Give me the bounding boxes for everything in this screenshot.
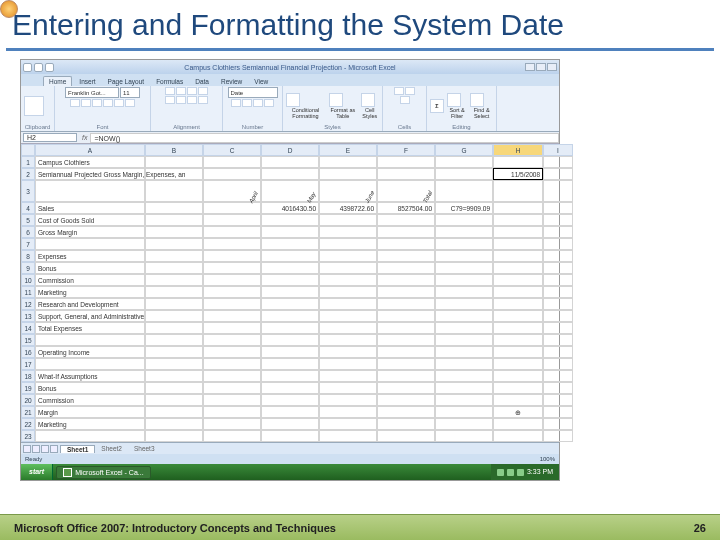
align-left-icon[interactable] <box>165 96 175 104</box>
tray-icon[interactable] <box>507 469 514 476</box>
percent-icon[interactable] <box>242 99 252 107</box>
cell[interactable]: Cost of Goods Sold <box>35 214 145 226</box>
row-header[interactable]: 12 <box>21 298 35 310</box>
cell-selected[interactable]: 11/5/2008 <box>493 168 543 180</box>
col-header[interactable]: I <box>543 144 573 156</box>
paste-icon[interactable] <box>24 96 44 116</box>
cell[interactable]: Gross Margin <box>35 226 145 238</box>
row-header[interactable]: 17 <box>21 358 35 370</box>
cell[interactable]: Bonus <box>35 382 145 394</box>
cell[interactable]: Expenses <box>35 250 145 262</box>
insert-cell-icon[interactable] <box>394 87 404 95</box>
bold-icon[interactable] <box>70 99 80 107</box>
comma-icon[interactable] <box>253 99 263 107</box>
name-box[interactable]: H2 <box>23 133 77 142</box>
col-header[interactable]: C <box>203 144 261 156</box>
tray-icon[interactable] <box>497 469 504 476</box>
minimize-icon[interactable] <box>525 63 535 71</box>
col-header[interactable]: B <box>145 144 203 156</box>
tray-icon[interactable] <box>517 469 524 476</box>
tab-nav-first-icon[interactable] <box>23 445 31 453</box>
currency-icon[interactable] <box>231 99 241 107</box>
cell[interactable]: Margin <box>35 406 145 418</box>
sheet-tab[interactable]: Sheet2 <box>95 445 128 452</box>
col-header[interactable]: H <box>493 144 543 156</box>
cell[interactable]: Marketing <box>35 286 145 298</box>
tab-data[interactable]: Data <box>190 77 214 86</box>
row-header[interactable]: 18 <box>21 370 35 382</box>
sheet-tab-active[interactable]: Sheet1 <box>60 445 95 453</box>
italic-icon[interactable] <box>81 99 91 107</box>
row-header[interactable]: 21 <box>21 406 35 418</box>
sheet-tab[interactable]: Sheet3 <box>128 445 161 452</box>
col-header[interactable]: F <box>377 144 435 156</box>
tab-view[interactable]: View <box>249 77 273 86</box>
col-header[interactable]: A <box>35 144 145 156</box>
qat-redo-icon[interactable] <box>45 63 54 72</box>
cell[interactable]: Sales <box>35 202 145 214</box>
tab-nav-next-icon[interactable] <box>41 445 49 453</box>
tab-home[interactable]: Home <box>43 76 72 86</box>
start-button[interactable]: start <box>21 464 53 480</box>
autosum-icon[interactable]: Σ <box>430 99 444 113</box>
row-header[interactable]: 14 <box>21 322 35 334</box>
cell[interactable]: Operating Income <box>35 346 145 358</box>
tab-nav-prev-icon[interactable] <box>32 445 40 453</box>
sort-filter-icon[interactable] <box>447 93 461 107</box>
font-color-icon[interactable] <box>125 99 135 107</box>
tab-formulas[interactable]: Formulas <box>151 77 188 86</box>
row-header[interactable]: 15 <box>21 334 35 346</box>
cell[interactable]: Support, General, and Administrative <box>35 310 145 322</box>
delete-cell-icon[interactable] <box>405 87 415 95</box>
align-top-icon[interactable] <box>165 87 175 95</box>
format-cell-icon[interactable] <box>400 96 410 104</box>
cell[interactable]: Marketing <box>35 418 145 430</box>
row-header[interactable]: 10 <box>21 274 35 286</box>
cell[interactable]: Campus Clothiers <box>35 156 145 168</box>
number-format-combo[interactable]: Date <box>228 87 278 98</box>
font-name-combo[interactable]: Franklin Got... <box>65 87 119 98</box>
align-center-icon[interactable] <box>176 96 186 104</box>
cell[interactable]: Semiannual Projected Gross Margin, Expen… <box>35 168 145 180</box>
align-right-icon[interactable] <box>187 96 197 104</box>
border-icon[interactable] <box>103 99 113 107</box>
row-header[interactable]: 2 <box>21 168 35 180</box>
cell-grid[interactable]: A B C D E F G H I Campus Clothiers Semia… <box>35 144 573 442</box>
cell[interactable]: C79=9909.09 <box>435 202 493 214</box>
row-header[interactable]: 1 <box>21 156 35 168</box>
inc-dec-icon[interactable] <box>264 99 274 107</box>
font-size-combo[interactable]: 11 <box>120 87 140 98</box>
row-header[interactable]: 4 <box>21 202 35 214</box>
taskbar-app-button[interactable]: Microsoft Excel - Ca... <box>56 466 150 479</box>
row-header[interactable]: 9 <box>21 262 35 274</box>
row-header[interactable]: 23 <box>21 430 35 442</box>
cell[interactable]: Bonus <box>35 262 145 274</box>
cell[interactable]: Commission <box>35 394 145 406</box>
row-header[interactable]: 7 <box>21 238 35 250</box>
row-header[interactable]: 22 <box>21 418 35 430</box>
row-header[interactable]: 3 <box>21 180 35 202</box>
align-mid-icon[interactable] <box>176 87 186 95</box>
office-button[interactable] <box>0 0 18 18</box>
cell[interactable]: Commission <box>35 274 145 286</box>
tab-page-layout[interactable]: Page Layout <box>103 77 150 86</box>
col-header[interactable]: E <box>319 144 377 156</box>
row-header[interactable]: 13 <box>21 310 35 322</box>
close-icon[interactable] <box>547 63 557 71</box>
qat-save-icon[interactable] <box>23 63 32 72</box>
row-header[interactable]: 8 <box>21 250 35 262</box>
row-header[interactable]: 6 <box>21 226 35 238</box>
indent-icon[interactable] <box>198 96 208 104</box>
align-bot-icon[interactable] <box>187 87 197 95</box>
fx-icon[interactable]: fx <box>82 134 87 141</box>
format-table-icon[interactable] <box>329 93 343 107</box>
cell-styles-icon[interactable] <box>361 93 375 107</box>
underline-icon[interactable] <box>92 99 102 107</box>
row-header[interactable]: 20 <box>21 394 35 406</box>
find-select-icon[interactable] <box>470 93 484 107</box>
formula-bar[interactable]: =NOW() <box>90 133 559 143</box>
qat-undo-icon[interactable] <box>34 63 43 72</box>
row-header[interactable]: 5 <box>21 214 35 226</box>
cell[interactable]: Total Expenses <box>35 322 145 334</box>
cell[interactable]: Research and Development <box>35 298 145 310</box>
